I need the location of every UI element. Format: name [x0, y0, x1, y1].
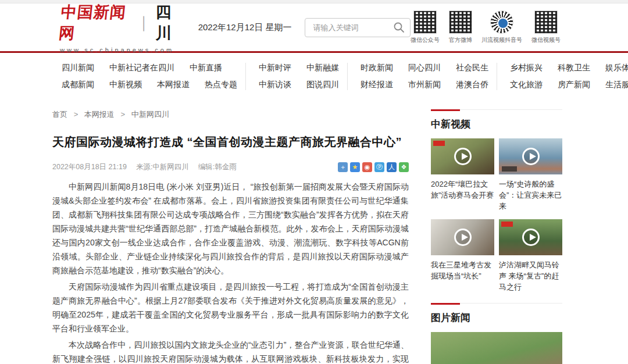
nav-item[interactable]: 中新社记者在四川	[109, 63, 174, 73]
article-editor: 编辑:韩金雨	[198, 162, 237, 172]
current-date: 2022年12月12日 星期一	[198, 22, 292, 33]
nav-item[interactable]: 文化旅游	[510, 80, 543, 90]
qr-code-group: 微信公众号 官方微博 川流视频抖音号 微信视频号	[411, 10, 561, 44]
nav-item[interactable]: 成都新闻	[62, 80, 94, 90]
article-paragraph: 本次战略合作中，四川旅投以国内文旅龙头企业的“业态引力”，整合产业资源，联合世纪…	[52, 338, 409, 364]
wechat-icon[interactable]: ❖	[399, 162, 409, 172]
breadcrumb-section[interactable]: 本网报道	[84, 110, 115, 119]
share-more-icon[interactable]: ＋	[338, 162, 348, 172]
video-item[interactable]: 一场“史诗般的盛会”：让宜宾未来已来	[499, 138, 562, 212]
search-icon[interactable]	[392, 21, 405, 34]
logo-region-label: 四川	[156, 2, 187, 44]
video-thumbnail[interactable]	[431, 219, 494, 255]
qr-code-image	[449, 10, 472, 34]
nav-item[interactable]: 娱乐体育	[605, 63, 628, 73]
nav-item[interactable]: 房产新闻	[558, 80, 590, 90]
douban-icon[interactable]: Ⓟ	[374, 162, 384, 172]
renren-icon[interactable]: 人	[387, 162, 397, 172]
search-input[interactable]	[312, 23, 392, 33]
play-icon[interactable]	[454, 229, 472, 246]
video-thumbnail[interactable]	[431, 138, 494, 174]
nav-item[interactable]: 本网报道	[157, 80, 190, 90]
play-icon[interactable]	[522, 148, 540, 165]
nav-group-1: 四川新闻 中新社记者在四川 中新直播 成都新闻 中新视频 本网报道 热点专题	[53, 63, 245, 90]
nav-item[interactable]: 生活服务	[605, 80, 628, 90]
video-caption[interactable]: 2022年“壤巴拉文旅”活动赛马会开赛	[431, 179, 494, 201]
video-item[interactable]: 泸沽湖畔又闻马铃声 来场“复古”的赶马之行	[499, 219, 562, 292]
breadcrumb: 首页 > 本网报道 > 中新网四川	[52, 109, 409, 120]
qr-douyin: 川流视频抖音号	[481, 10, 522, 44]
nav-group-3: 时政新闻 同心四川 社会民生 财经报道 市州新闻 港澳台侨	[347, 63, 497, 90]
nav-item[interactable]: 同心四川	[408, 63, 441, 73]
section-divider	[431, 303, 562, 304]
video-caption[interactable]: 我在三星堆考古发掘现场当“坑长”	[431, 259, 494, 281]
article-paragraph: 天府国际动漫城作为四川省重点建设项目，是四川旅投一号工程，将打造成为“全国首创动…	[52, 280, 409, 336]
video-item[interactable]: 2022年“壤巴拉文旅”活动赛马会开赛	[431, 138, 494, 212]
qr-weibo-official: 官方微博	[449, 10, 472, 44]
sidebar: 中新视频 2022年“壤巴拉文旅”活动赛马会开赛 一场“史诗般的盛会”：让宜宾未…	[431, 109, 562, 364]
play-icon[interactable]	[522, 229, 540, 246]
breadcrumb-separator: >	[74, 110, 78, 119]
play-icon[interactable]	[454, 148, 472, 165]
nav-item[interactable]: 中新时评	[259, 63, 291, 73]
video-thumbnail[interactable]	[499, 219, 562, 255]
site-header: 中国新闻网 ｜ 四川 www.sc.chinanews.com 2022年12月…	[0, 3, 628, 51]
nav-item[interactable]: 乡村振兴	[510, 63, 543, 73]
article-meta: 2022年08月18日 21:19 来源:中新网四川 编辑:韩金雨 ＋ ★ ◉ …	[52, 162, 409, 172]
qr-code-image	[490, 10, 513, 34]
video-item[interactable]: 我在三星堆考古发掘现场当“坑长”	[431, 219, 494, 292]
nav-item[interactable]: 财经报道	[361, 80, 393, 90]
logo-separator: ｜	[136, 12, 151, 33]
breadcrumb-current: 中新网四川	[131, 110, 169, 119]
nav-item[interactable]: 市州新闻	[408, 80, 441, 90]
article-source: 来源:中新网四川	[136, 162, 189, 172]
video-thumbnail[interactable]	[499, 138, 562, 174]
breadcrumb-home[interactable]: 首页	[52, 110, 67, 119]
qr-label: 川流视频抖音号	[481, 36, 522, 44]
qr-code-image	[534, 10, 558, 34]
qzone-icon[interactable]: ★	[350, 162, 360, 172]
qr-label: 微信公众号	[411, 36, 440, 44]
main-content: 首页 > 本网报道 > 中新网四川 天府国际动漫城将打造成 “全国首创动漫主题产…	[0, 99, 628, 364]
article-title: 天府国际动漫城将打造成 “全国首创动漫主题产商旅无界融合中心”	[52, 134, 409, 150]
nav-item[interactable]: 科教卫生	[558, 63, 590, 73]
article-body: 中新网四川新闻8月18日电 (米小米 刘亚男)近日， “旅投创新第一届招商发展大…	[52, 180, 409, 364]
breadcrumb-separator: >	[120, 110, 125, 119]
qr-label: 官方微博	[449, 36, 472, 44]
qr-label: 微信视频号	[531, 36, 561, 44]
share-bar: ＋ ★ ◉ Ⓟ 人 ❖	[338, 162, 409, 172]
video-badge	[433, 141, 445, 146]
site-logo[interactable]: 中国新闻网 ｜ 四川 www.sc.chinanews.com	[60, 2, 187, 53]
search-box	[305, 18, 411, 37]
nav-item[interactable]: 中新直播	[190, 63, 222, 73]
nav-item[interactable]: 时政新闻	[361, 63, 393, 73]
nav-group-2: 中新时评 中新融媒 中新访谈 图说四川	[245, 63, 347, 90]
nav-item[interactable]: 图说四川	[306, 80, 339, 90]
weibo-icon[interactable]: ◉	[362, 162, 372, 172]
photo-section-title: 图片新闻	[431, 311, 562, 324]
article-datetime: 2022年08月18日 21:19	[52, 162, 127, 172]
section-divider	[431, 109, 562, 110]
nav-item[interactable]: 中新视频	[109, 80, 142, 90]
nav-item[interactable]: 中新访谈	[259, 80, 291, 90]
article-column: 首页 > 本网报道 > 中新网四川 天府国际动漫城将打造成 “全国首创动漫主题产…	[52, 109, 409, 364]
video-section-title: 中新视频	[431, 117, 562, 131]
qr-code-image	[413, 10, 437, 34]
qr-wechat-official: 微信公众号	[411, 10, 440, 44]
video-grid: 2022年“壤巴拉文旅”活动赛马会开赛 一场“史诗般的盛会”：让宜宾未来已来 我…	[431, 138, 562, 292]
nav-item[interactable]: 热点专题	[205, 80, 237, 90]
logo-text-cn: 中国新闻网	[58, 2, 134, 44]
video-caption[interactable]: 泸沽湖畔又闻马铃声 来场“复古”的赶马之行	[499, 259, 562, 292]
video-badge	[502, 166, 517, 172]
qr-wechat-video: 微信视频号	[531, 10, 561, 44]
site-url: www.sc.chinanews.com	[60, 47, 187, 53]
photo-news-image[interactable]	[431, 332, 562, 364]
video-badge	[501, 222, 513, 227]
article-paragraph: 中新网四川新闻8月18日电 (米小米 刘亚男)近日， “旅投创新第一届招商发展大…	[52, 180, 409, 277]
nav-item[interactable]: 社会民生	[456, 63, 488, 73]
nav-item[interactable]: 四川新闻	[62, 63, 94, 73]
nav-item[interactable]: 中新融媒	[306, 63, 339, 73]
nav-item[interactable]: 港澳台侨	[456, 80, 488, 90]
main-navigation: 四川新闻 中新社记者在四川 中新直播 成都新闻 中新视频 本网报道 热点专题 中…	[0, 53, 628, 99]
video-caption[interactable]: 一场“史诗般的盛会”：让宜宾未来已来	[499, 179, 562, 212]
